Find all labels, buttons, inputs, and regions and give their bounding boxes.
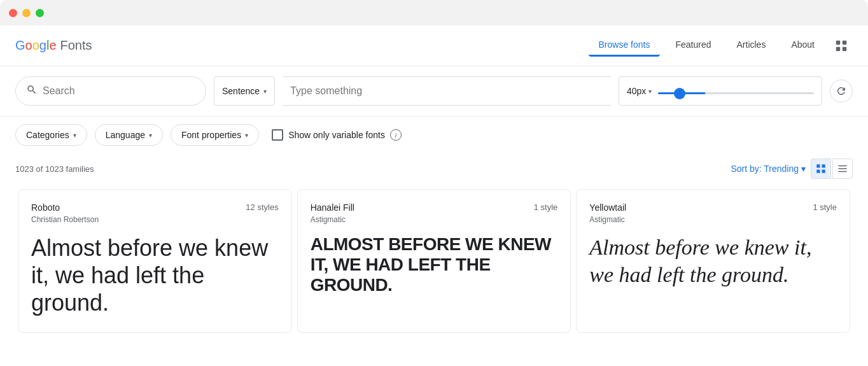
search-box[interactable] <box>15 76 206 106</box>
font-styles: 1 style <box>534 202 558 212</box>
size-value: 40px <box>627 86 646 96</box>
view-toggle <box>811 158 853 179</box>
sort-chevron-icon: ▾ <box>801 164 806 174</box>
size-control: 40px ▾ <box>619 76 822 106</box>
font-preview: Almost before we knew it, we had left th… <box>589 234 837 288</box>
card-header: Yellowtail 1 style <box>589 202 837 213</box>
variable-fonts-filter: Show only variable fonts i <box>272 129 402 141</box>
sentence-label: Sentence <box>222 86 260 96</box>
logo-o1: o <box>25 38 32 52</box>
font-card-hanalei-fill[interactable]: Hanalei Fill 1 style Astigmatic ALMOST B… <box>297 189 571 333</box>
variable-fonts-label: Show only variable fonts <box>288 130 385 140</box>
results-count: 1023 of 1023 families <box>15 164 94 174</box>
minimize-button[interactable] <box>22 9 31 17</box>
sort-by-label: Sort by: Trending <box>731 164 799 174</box>
list-view-button[interactable] <box>832 158 853 179</box>
sentence-chevron-icon: ▾ <box>263 88 267 95</box>
main-nav: Browse fonts Featured Articles About <box>589 34 853 57</box>
categories-chevron-icon: ▾ <box>73 132 76 139</box>
logo-g: G <box>15 38 25 52</box>
logo-g2: g <box>39 38 46 52</box>
maximize-button[interactable] <box>36 9 44 17</box>
font-author: Astigmatic <box>589 215 837 224</box>
svg-rect-6 <box>816 170 820 173</box>
size-chevron-icon: ▾ <box>648 88 652 95</box>
sentence-selector[interactable]: Sentence ▾ <box>214 76 275 106</box>
font-properties-label: Font properties <box>181 130 241 140</box>
font-styles: 1 style <box>813 202 837 212</box>
nav-about[interactable]: About <box>781 34 825 57</box>
variable-fonts-checkbox[interactable] <box>272 129 283 141</box>
logo: Google Fonts <box>15 38 92 53</box>
svg-rect-7 <box>822 170 825 173</box>
language-label: Language <box>106 130 145 140</box>
size-slider-container <box>658 85 814 97</box>
font-name: Roboto <box>31 202 60 213</box>
header: Google Fonts Browse fonts Featured Artic… <box>0 25 868 66</box>
font-author: Christian Robertson <box>31 215 279 224</box>
sort-by-dropdown[interactable]: Sort by: Trending ▾ <box>731 164 806 174</box>
card-header: Roboto 12 styles <box>31 202 279 213</box>
search-icon <box>26 84 38 99</box>
svg-rect-0 <box>836 40 840 44</box>
font-styles: 12 styles <box>246 202 278 212</box>
card-header: Hanalei Fill 1 style <box>311 202 558 213</box>
language-chevron-icon: ▾ <box>149 132 152 139</box>
preview-text-input[interactable] <box>283 76 611 106</box>
sort-controls: Sort by: Trending ▾ <box>731 158 853 179</box>
grid-view-button[interactable] <box>811 158 831 179</box>
font-properties-chevron-icon: ▾ <box>245 132 248 139</box>
font-preview: Almost before we knew it, we had left th… <box>31 234 279 317</box>
font-author: Astigmatic <box>311 215 558 224</box>
font-cards-grid: Roboto 12 styles Christian Robertson Alm… <box>0 187 868 335</box>
grid-view-icon[interactable] <box>830 34 853 57</box>
nav-featured[interactable]: Featured <box>665 34 721 57</box>
categories-label: Categories <box>26 130 69 140</box>
font-preview: ALMOST BEFORE WE KNEW IT, WE HAD LEFT TH… <box>311 234 558 296</box>
logo-fonts: Fonts <box>60 38 92 53</box>
font-card-yellowtail[interactable]: Yellowtail 1 style Astigmatic Almost bef… <box>576 189 850 333</box>
filters-bar: Categories ▾ Language ▾ Font properties … <box>0 116 868 153</box>
nav-browse-fonts[interactable]: Browse fonts <box>589 34 661 57</box>
nav-articles[interactable]: Articles <box>727 34 776 57</box>
svg-rect-8 <box>838 165 847 167</box>
size-label-group: 40px ▾ <box>627 86 652 96</box>
categories-filter[interactable]: Categories ▾ <box>15 124 87 146</box>
svg-rect-1 <box>843 40 846 44</box>
svg-rect-2 <box>836 46 840 50</box>
close-button[interactable] <box>9 9 17 17</box>
font-name: Hanalei Fill <box>311 202 354 213</box>
svg-rect-4 <box>816 164 820 167</box>
results-bar: 1023 of 1023 families Sort by: Trending … <box>0 153 868 187</box>
logo-o2: o <box>32 38 39 52</box>
search-input[interactable] <box>43 85 170 97</box>
font-properties-filter[interactable]: Font properties ▾ <box>171 124 259 146</box>
size-slider[interactable] <box>658 92 814 94</box>
toolbar: Sentence ▾ 40px ▾ <box>0 66 868 116</box>
svg-rect-3 <box>843 46 846 50</box>
font-card-roboto[interactable]: Roboto 12 styles Christian Robertson Alm… <box>18 189 292 333</box>
info-icon[interactable]: i <box>390 129 402 141</box>
svg-rect-9 <box>838 168 847 169</box>
font-name: Yellowtail <box>589 202 626 213</box>
language-filter[interactable]: Language ▾ <box>95 124 163 146</box>
logo-e: e <box>49 38 56 52</box>
svg-rect-10 <box>838 171 847 172</box>
svg-rect-5 <box>822 164 825 167</box>
reset-button[interactable] <box>830 80 853 102</box>
titlebar <box>0 0 868 25</box>
